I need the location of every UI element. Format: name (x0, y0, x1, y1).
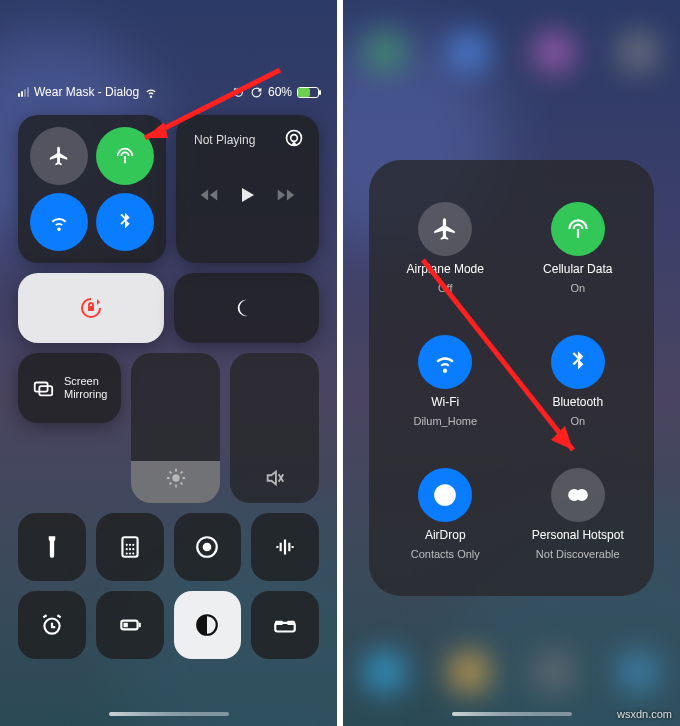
dnd-toggle[interactable] (174, 273, 320, 343)
svg-point-9 (132, 544, 134, 546)
connectivity-card[interactable] (18, 115, 166, 263)
screenshot-right: Airplane Mode Off Cellular Data On Wi-Fi… (343, 0, 680, 726)
wifi-icon (144, 85, 158, 99)
brightness-slider[interactable] (131, 353, 220, 503)
svg-point-10 (125, 548, 127, 550)
airdrop-icon (418, 468, 472, 522)
orientation-lock[interactable] (18, 273, 164, 343)
low-power-tile[interactable] (96, 591, 164, 659)
screenshot-left: Wear Mask - Dialog 60% No (0, 0, 337, 726)
volume-slider[interactable] (230, 353, 319, 503)
prev-icon[interactable] (198, 184, 220, 206)
signal-icon (18, 87, 29, 97)
flashlight-tile[interactable] (18, 513, 86, 581)
screen-mirroring-label: ScreenMirroring (64, 375, 107, 401)
hotspot-icon (551, 468, 605, 522)
svg-point-15 (132, 552, 134, 554)
next-icon[interactable] (275, 184, 297, 206)
bluetooth-toggle[interactable] (96, 193, 154, 251)
battery-icon (297, 87, 319, 98)
svg-rect-20 (138, 622, 140, 626)
airdrop-item[interactable]: AirDrop Contacts Only (379, 451, 512, 578)
screen-mirroring[interactable]: ScreenMirroring (18, 353, 121, 423)
svg-point-11 (129, 548, 131, 550)
wifi-toggle[interactable] (30, 193, 88, 251)
screen-record-tile[interactable] (174, 513, 242, 581)
svg-point-17 (203, 543, 212, 552)
sleep-tile[interactable] (251, 591, 319, 659)
status-bar: Wear Mask - Dialog 60% (0, 82, 337, 102)
svg-point-8 (129, 544, 131, 546)
connectivity-expanded: Airplane Mode Off Cellular Data On Wi-Fi… (369, 160, 654, 596)
svg-point-13 (125, 552, 127, 554)
bluetooth-item[interactable]: Bluetooth On (512, 317, 645, 444)
watermark: wsxdn.com (617, 708, 672, 720)
svg-point-32 (577, 490, 587, 500)
alarm-tile[interactable] (18, 591, 86, 659)
svg-point-12 (132, 548, 134, 550)
svg-rect-2 (88, 306, 94, 311)
alarm-icon (232, 86, 245, 99)
cellular-icon (551, 202, 605, 256)
svg-point-7 (125, 544, 127, 546)
bluetooth-icon-big (551, 335, 605, 389)
svg-point-1 (291, 135, 298, 142)
svg-rect-21 (123, 622, 127, 626)
airplane-toggle[interactable] (30, 127, 88, 185)
home-indicator-right[interactable] (452, 712, 572, 716)
svg-rect-24 (275, 620, 283, 624)
wifi-item[interactable]: Wi-Fi Dilum_Home (379, 317, 512, 444)
control-center: Not Playing (18, 115, 319, 659)
sound-recognition-tile[interactable] (251, 513, 319, 581)
calculator-tile[interactable] (96, 513, 164, 581)
personal-hotspot-item[interactable]: Personal Hotspot Not Discoverable (512, 451, 645, 578)
airplane-icon (418, 202, 472, 256)
airplane-mode-item[interactable]: Airplane Mode Off (379, 184, 512, 311)
home-indicator[interactable] (109, 712, 229, 716)
svg-point-5 (172, 474, 179, 481)
dark-mode-tile[interactable] (174, 591, 242, 659)
carrier-label: Wear Mask - Dialog (34, 85, 139, 99)
cellular-toggle[interactable] (96, 127, 154, 185)
svg-point-14 (129, 552, 131, 554)
wifi-icon-big (418, 335, 472, 389)
media-card[interactable]: Not Playing (176, 115, 319, 263)
svg-rect-25 (287, 620, 295, 624)
airplay-icon[interactable] (281, 125, 307, 151)
battery-pct: 60% (268, 85, 292, 99)
svg-point-30 (444, 494, 447, 497)
cellular-data-item[interactable]: Cellular Data On (512, 184, 645, 311)
play-icon[interactable] (235, 183, 259, 207)
orientation-icon (250, 86, 263, 99)
